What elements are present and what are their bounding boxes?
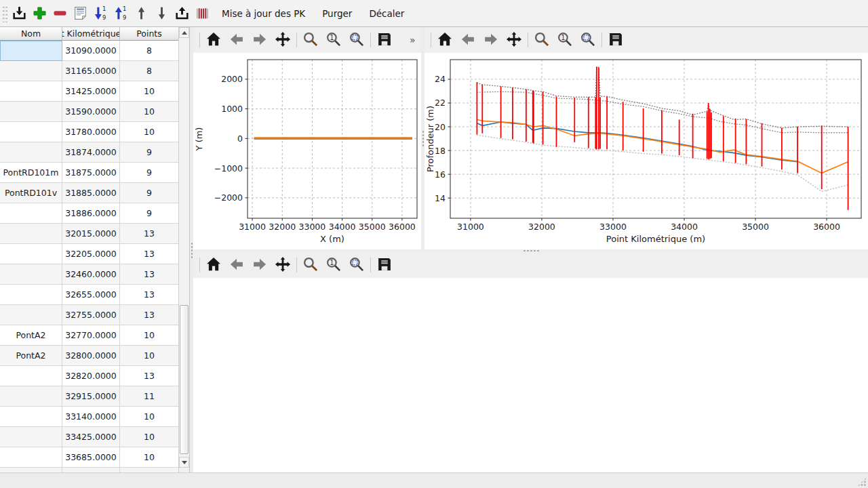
cell-nom[interactable]: PontRD101m [0,163,62,183]
zoom-button[interactable] [531,29,553,51]
zoom-button[interactable] [300,29,321,51]
forward-button[interactable] [480,29,502,51]
cell-nom[interactable] [0,203,62,224]
zoom-to-one-button[interactable]: 1 [323,254,344,276]
cell-points[interactable]: 10 [120,102,179,122]
cell-point-kilometrique[interactable]: 31780.0000 [62,122,120,142]
profondeur-chart-canvas[interactable]: 3100032000330003400035000360001416182022… [425,53,868,249]
cell-point-kilometrique[interactable]: 33425.0000 [62,427,120,447]
save-button[interactable] [374,254,395,276]
back-button[interactable] [226,254,248,276]
pan-button[interactable] [272,29,294,51]
cell-point-kilometrique[interactable]: 32800.0000 [62,346,120,366]
cell-nom[interactable] [0,41,62,61]
cell-nom[interactable] [0,407,62,427]
table-row[interactable]: 32460.000013 [0,264,179,285]
update-pk-button[interactable]: Mise à jour des PK [214,2,313,25]
column-header-point-kilometrique[interactable]: t Kilométrique [62,27,120,41]
home-button[interactable] [203,29,224,51]
cell-point-kilometrique[interactable]: 32205.0000 [62,244,120,264]
add-button[interactable] [29,2,50,25]
cell-point-kilometrique[interactable]: 31090.0000 [62,41,120,61]
table-row[interactable]: 33685.000010 [0,447,179,468]
cell-nom[interactable] [0,264,62,285]
cell-point-kilometrique[interactable]: 32460.0000 [62,264,120,285]
cell-points[interactable]: 13 [120,264,179,285]
purge-button[interactable]: Purger [315,2,359,25]
cell-point-kilometrique[interactable]: 31875.0000 [62,163,120,183]
window-resize-grip[interactable] [857,477,867,487]
import-button[interactable] [9,2,29,25]
cell-points[interactable]: 8 [120,41,179,61]
scroll-down-button[interactable] [179,457,189,468]
table-row[interactable]: PontA232800.000010 [0,346,179,366]
table-row[interactable]: 32755.000013 [0,305,179,325]
table-row[interactable]: 31590.000010 [0,102,179,122]
table-row[interactable] [0,468,179,472]
cell-nom[interactable] [0,386,62,407]
move-down-button[interactable] [151,2,172,25]
cell-point-kilometrique[interactable]: 33140.0000 [62,407,120,427]
save-button[interactable] [605,29,627,51]
home-button[interactable] [434,29,456,51]
empty-chart-canvas[interactable] [193,278,868,472]
cell-nom[interactable]: PontA2 [0,325,62,346]
forward-button[interactable] [249,29,271,51]
cell-points[interactable]: 9 [120,203,179,224]
cell-point-kilometrique[interactable]: 31590.0000 [62,102,120,122]
sort-ascending-button[interactable]: 19 [111,2,131,25]
cell-points[interactable]: 10 [120,325,179,346]
cell-points[interactable] [120,468,179,472]
cell-nom[interactable]: PontRD101v [0,183,62,203]
cell-point-kilometrique[interactable]: 31874.0000 [62,142,120,163]
table-row[interactable]: 32655.000013 [0,285,179,305]
table-row[interactable]: 31165.00008 [0,61,179,81]
cell-nom[interactable] [0,244,62,264]
shift-button[interactable]: Décaler [361,2,412,25]
cell-points[interactable]: 13 [120,244,179,264]
paste-button[interactable] [70,2,90,25]
back-button[interactable] [226,29,248,51]
cell-points[interactable]: 13 [120,224,179,244]
cell-nom[interactable] [0,224,62,244]
cell-point-kilometrique[interactable]: 31425.0000 [62,81,120,102]
cell-points[interactable]: 10 [120,427,179,447]
zoom-to-rect-button[interactable] [346,254,368,276]
cell-nom[interactable]: PontA2 [0,346,62,366]
cell-points[interactable]: 11 [120,386,179,407]
table-row[interactable]: 31874.00009 [0,142,179,163]
cell-point-kilometrique[interactable]: 32770.0000 [62,325,120,346]
column-header-nom[interactable]: Nom [0,27,62,41]
table-row[interactable]: 31090.00008 [0,41,179,61]
cell-nom[interactable] [0,427,62,447]
table-row[interactable]: 31425.000010 [0,81,179,102]
cell-points[interactable]: 10 [120,122,179,142]
zoom-to-rect-button[interactable] [577,29,599,51]
cell-points[interactable]: 9 [120,183,179,203]
cell-nom[interactable] [0,285,62,305]
cell-points[interactable]: 10 [120,346,179,366]
table-row[interactable]: 33425.000010 [0,427,179,447]
cell-point-kilometrique[interactable]: 32015.0000 [62,224,120,244]
table-row[interactable]: 31886.00009 [0,203,179,224]
zoom-to-one-button[interactable]: 1 [554,29,576,51]
cell-point-kilometrique[interactable]: 32655.0000 [62,285,120,305]
cell-points[interactable]: 13 [120,305,179,325]
cell-point-kilometrique[interactable]: 32915.0000 [62,386,120,407]
table-vertical-scrollbar[interactable] [178,27,189,472]
home-button[interactable] [203,254,224,276]
cell-nom[interactable] [0,305,62,325]
toolbar-overflow-button[interactable]: » [406,34,420,46]
cell-point-kilometrique[interactable] [62,468,120,472]
zoom-button[interactable] [300,254,321,276]
cell-point-kilometrique[interactable]: 31886.0000 [62,203,120,224]
cell-points[interactable]: 8 [120,61,179,81]
table-row[interactable]: 32205.000013 [0,244,179,264]
cell-points[interactable]: 9 [120,142,179,163]
table-row[interactable]: 32915.000011 [0,386,179,407]
cell-nom[interactable] [0,61,62,81]
export-button[interactable] [172,2,192,25]
table-row[interactable]: 31780.000010 [0,122,179,142]
back-button[interactable] [457,29,479,51]
cell-point-kilometrique[interactable]: 32755.0000 [62,305,120,325]
